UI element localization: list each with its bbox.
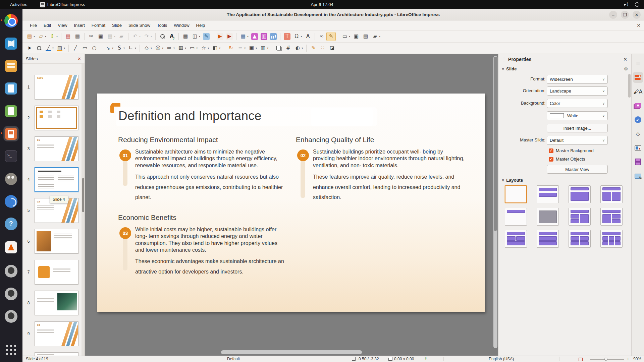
glue-points-button[interactable]: ∷: [318, 44, 327, 53]
export-pdf-button[interactable]: ▤: [64, 32, 72, 41]
section-3-paragraph-2[interactable]: These economic advantages make sustainab…: [135, 256, 287, 277]
insert-hyperlink-button[interactable]: ∞: [317, 32, 326, 41]
zoom-in-button[interactable]: +: [627, 357, 629, 362]
block-arrows-button[interactable]: ⇨▾: [165, 44, 176, 53]
background-color-select[interactable]: White∨: [547, 111, 608, 120]
properties-close-icon[interactable]: ✕: [623, 57, 627, 62]
stars-banners-button[interactable]: ☆▾: [199, 44, 210, 53]
slide-thumbnail-7[interactable]: 7: [22, 257, 82, 288]
dock-help[interactable]: [4, 217, 18, 231]
thumbnail-preview[interactable]: [35, 260, 78, 285]
master-view-button[interactable]: Master View: [547, 165, 608, 174]
thumbnail-preview[interactable]: [35, 291, 78, 315]
section-3-text[interactable]: While initial costs may be higher, susta…: [135, 226, 287, 277]
menu-view[interactable]: View: [54, 21, 70, 29]
open-button[interactable]: ▱▾: [37, 32, 47, 41]
dropdown-arrow-icon[interactable]: ▾: [34, 35, 35, 38]
dropdown-arrow-icon[interactable]: ▾: [185, 47, 186, 50]
save-status-icon[interactable]: [424, 357, 428, 361]
layout-title-2-content[interactable]: [600, 185, 623, 203]
section-1-heading[interactable]: Reducing Environmental Impact: [118, 136, 218, 144]
orientation-select[interactable]: Landscape∨: [547, 86, 608, 96]
checkbox-checked-icon[interactable]: [549, 157, 553, 162]
dropdown-arrow-icon[interactable]: ▾: [114, 35, 115, 38]
dropdown-arrow-icon[interactable]: ▾: [112, 47, 113, 50]
layout-2-content-and-content[interactable]: [569, 208, 591, 226]
print-button[interactable]: ▦: [73, 32, 82, 41]
canvas-horizontal-scrollbar[interactable]: [87, 350, 491, 354]
curves-polygons-button[interactable]: S▾: [115, 44, 126, 53]
checkbox-checked-icon[interactable]: [549, 148, 553, 153]
slide-thumbnail-2[interactable]: 2: [22, 103, 82, 133]
slide-properties-button[interactable]: ▤: [361, 32, 370, 41]
dropdown-arrow-icon[interactable]: ▾: [219, 47, 220, 50]
zoom-slider[interactable]: [590, 359, 624, 360]
dropdown-arrow-icon[interactable]: ▾: [151, 47, 152, 50]
section-2-paragraph-1[interactable]: Sustainable buildings prioritize occupan…: [313, 148, 465, 169]
section-1-paragraph-1[interactable]: Sustainable architecture aims to minimiz…: [135, 148, 287, 169]
section-2-text[interactable]: Sustainable buildings prioritize occupan…: [313, 148, 465, 203]
slide-section-header[interactable]: ∨ Slide ⚙: [498, 65, 631, 73]
layout-title-slide[interactable]: [537, 185, 559, 203]
slides-panel-scrollbar[interactable]: [82, 64, 85, 356]
menu-edit[interactable]: Edit: [40, 21, 54, 29]
dropdown-arrow-icon[interactable]: ▾: [56, 35, 58, 38]
zoom-slider-handle[interactable]: [604, 358, 607, 361]
layout-centered-text[interactable]: [537, 208, 559, 226]
insert-image-button[interactable]: ▲: [250, 32, 259, 41]
fontwork-button[interactable]: A: [304, 32, 312, 41]
dock-libreoffice-calc[interactable]: [4, 104, 18, 119]
insert-textbox-button[interactable]: T: [283, 32, 291, 41]
dock-app-circle-3[interactable]: [4, 309, 18, 324]
titlebar[interactable]: The Application of Sustainable Developme…: [22, 9, 644, 20]
shadow-button[interactable]: [274, 44, 283, 53]
section-1-text[interactable]: Sustainable architecture aims to minimiz…: [135, 148, 287, 203]
edit-points-button[interactable]: ✎: [309, 44, 318, 53]
tab-master-slides[interactable]: [633, 171, 643, 181]
slide-editing-area[interactable]: Definition and Importance Reducing Envir…: [97, 94, 485, 312]
section-1-paragraph-2[interactable]: This approach not only conserves natural…: [135, 172, 287, 203]
maximize-button[interactable]: ❐: [621, 11, 629, 19]
slides-panel-scrollbar-thumb[interactable]: [82, 178, 84, 212]
menu-tools[interactable]: Tools: [154, 21, 170, 29]
dropdown-arrow-icon[interactable]: ▾: [247, 35, 249, 38]
filter-button[interactable]: ◐▾: [293, 44, 304, 53]
slide-thumbnail-4[interactable]: 4: [22, 164, 82, 195]
slide-thumbnail-3[interactable]: 301: [22, 133, 82, 164]
gear-icon[interactable]: ⚙: [624, 66, 628, 71]
lines-and-arrows-button[interactable]: ↘▾: [104, 44, 114, 53]
copy-button[interactable]: ▣: [96, 32, 105, 41]
thumbnail-preview[interactable]: [35, 167, 78, 192]
menu-help[interactable]: Help: [193, 21, 209, 29]
dropdown-arrow-icon[interactable]: ▾: [302, 47, 303, 50]
zoom-pan-button[interactable]: [35, 44, 43, 53]
layout-content-and-2-content[interactable]: [600, 208, 623, 226]
tab-animation[interactable]: [633, 157, 643, 167]
layout-content-over-content[interactable]: [537, 230, 559, 248]
cut-button[interactable]: ✂: [87, 32, 96, 41]
dropdown-arrow-icon[interactable]: ▾: [173, 47, 175, 50]
master-slide-name[interactable]: Default: [227, 357, 240, 361]
rectangle-button[interactable]: ▭: [80, 44, 89, 53]
clock[interactable]: Apr 9 17:04: [0, 2, 644, 7]
align-button[interactable]: ≡▾: [236, 44, 247, 53]
menu-insert[interactable]: Insert: [70, 21, 88, 29]
connectors-button[interactable]: ∟▾: [126, 44, 137, 53]
crop-button[interactable]: #: [284, 44, 292, 53]
slide-thumbnail-10[interactable]: 10: [22, 349, 82, 356]
select-button[interactable]: ➤: [25, 44, 34, 53]
3d-objects-button[interactable]: ◧▾: [211, 44, 221, 53]
slide-thumbnail-6[interactable]: 6: [22, 226, 82, 257]
dropdown-arrow-icon[interactable]: ▾: [256, 47, 257, 50]
thumbnail-preview[interactable]: [35, 352, 78, 356]
power-icon[interactable]: [635, 2, 639, 7]
slides-panel-close-icon[interactable]: ✕: [77, 56, 81, 61]
canvas-vertical-scrollbar-thumb[interactable]: [494, 57, 497, 231]
layout-title-only[interactable]: [505, 208, 527, 226]
format-select[interactable]: Widescreen∨: [547, 75, 608, 84]
insert-table-button[interactable]: ▦▾: [239, 32, 250, 41]
section-2-paragraph-2[interactable]: These features improve air quality, redu…: [313, 172, 465, 203]
dock-app-circle-1[interactable]: [4, 264, 18, 279]
dropdown-arrow-icon[interactable]: ▾: [349, 35, 350, 38]
slide-thumbnail-8[interactable]: 8: [22, 288, 82, 318]
